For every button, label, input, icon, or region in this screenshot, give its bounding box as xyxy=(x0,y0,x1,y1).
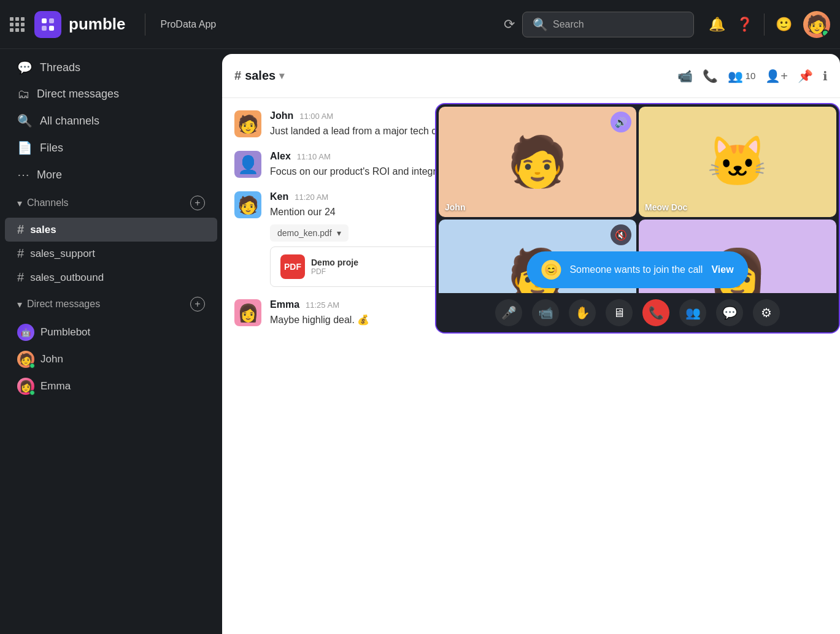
msg-author-john: John xyxy=(270,110,293,121)
topbar-icons: 🔔 ❓ 🙂 🧑 xyxy=(709,11,830,38)
emma-online-indicator xyxy=(29,390,35,395)
members-count: 10 xyxy=(746,71,756,81)
msg-time-emma: 11:25 AM xyxy=(306,300,339,310)
dm-item-emma[interactable]: 👩 Emma xyxy=(5,373,217,400)
pdf-attachment[interactable]: PDF Demo proje PDF xyxy=(270,246,442,287)
channels-section[interactable]: ▾ Channels + xyxy=(5,191,217,215)
chat-button[interactable]: 💬 xyxy=(716,299,743,326)
end-call-button[interactable]: 📞 xyxy=(642,299,669,326)
pin-icon[interactable]: 📌 xyxy=(798,69,813,83)
user-avatar[interactable]: 🧑 xyxy=(803,11,830,38)
emoji-icon[interactable]: 🙂 xyxy=(776,17,792,32)
main-layout: 💬 Threads 🗂 Direct messages 🔍 All channe… xyxy=(0,49,840,634)
history-icon[interactable]: ⟳ xyxy=(504,17,515,32)
join-notification: 😊 Someone wants to join the call View xyxy=(526,251,748,288)
notifications-icon[interactable]: 🔔 xyxy=(709,17,725,32)
search-input[interactable]: Search xyxy=(553,19,584,30)
channels-chevron-icon: ▾ xyxy=(17,197,22,209)
hand-button[interactable]: ✋ xyxy=(569,299,596,326)
sidebar-item-threads-label: Threads xyxy=(40,61,80,74)
sidebar: 💬 Threads 🗂 Direct messages 🔍 All channe… xyxy=(0,49,222,634)
sidebar-item-more-label: More xyxy=(37,169,62,181)
pdf-icon: PDF xyxy=(280,254,305,279)
dm-item-john[interactable]: 🧑 John xyxy=(5,346,217,373)
dm-icon: 🗂 xyxy=(17,87,29,101)
video-tile-meow: 🐱 Meow Doc xyxy=(639,107,836,217)
svg-rect-2 xyxy=(42,26,47,31)
tile-label-meow: Meow Doc xyxy=(645,202,687,212)
emma-avatar: 👩 xyxy=(17,378,34,395)
channel-hash-icon-2: # xyxy=(17,246,24,261)
dm-item-pumblebot[interactable]: 🤖 Pumblebot xyxy=(5,319,217,346)
grid-icon[interactable] xyxy=(10,17,25,32)
add-dm-button[interactable]: + xyxy=(190,297,205,311)
channel-item-sales-support[interactable]: # sales_support xyxy=(5,242,217,265)
members-icon-symbol: 👥 xyxy=(728,69,743,83)
pdf-info: Demo proje PDF xyxy=(311,258,358,276)
sidebar-item-threads[interactable]: 💬 Threads xyxy=(5,54,217,81)
chat-header-right: 📹 📞 👥 10 👤+ 📌 ℹ xyxy=(677,69,828,83)
participants-button[interactable]: 👥 xyxy=(679,299,706,326)
channel-title: # sales ▾ xyxy=(234,69,284,83)
info-icon[interactable]: ℹ xyxy=(823,69,828,83)
sidebar-item-files-label: Files xyxy=(40,142,63,155)
add-channel-button[interactable]: + xyxy=(190,196,205,210)
channels-section-label: Channels xyxy=(27,197,69,208)
settings-button[interactable]: ⚙ xyxy=(753,299,780,326)
channel-hash-icon: # xyxy=(17,223,24,237)
dm-section[interactable]: ▾ Direct messages + xyxy=(5,292,217,316)
chat-header: # sales ▾ 📹 📞 👥 10 👤+ 📌 ℹ xyxy=(222,54,840,98)
sidebar-item-all-channels[interactable]: 🔍 All channels xyxy=(5,107,217,134)
svg-rect-1 xyxy=(49,18,54,23)
app-name-label: pumble xyxy=(69,15,125,34)
speaker-badge-john: 🔊 xyxy=(611,112,631,132)
attachment-bar[interactable]: demo_ken.pdf ▾ xyxy=(270,224,349,242)
msg-avatar-emma: 👩 xyxy=(234,299,261,326)
phone-icon[interactable]: 📞 xyxy=(703,69,718,83)
sidebar-item-more[interactable]: ⋯ More xyxy=(5,161,217,188)
msg-avatar-john: 🧑 xyxy=(234,110,261,137)
sidebar-item-dm-label: Direct messages xyxy=(37,88,119,101)
join-notification-text: Someone wants to join the call xyxy=(569,264,703,275)
join-avatar: 😊 xyxy=(541,260,561,280)
video-call-icon[interactable]: 📹 xyxy=(677,69,693,83)
online-indicator xyxy=(822,29,829,37)
more-icon: ⋯ xyxy=(17,167,29,182)
sidebar-item-direct-messages[interactable]: 🗂 Direct messages xyxy=(5,81,217,107)
attachment-filename: demo_ken.pdf xyxy=(277,228,332,238)
help-icon[interactable]: ❓ xyxy=(736,17,753,32)
video-call-overlay: 🧑 🔊 John 🐱 Meow Doc 🧑 xyxy=(435,103,840,334)
members-icon[interactable]: 👥 10 xyxy=(728,69,756,83)
mic-button[interactable]: 🎤 xyxy=(495,299,522,326)
dm-pumblebot-label: Pumblebot xyxy=(40,326,90,338)
channel-title-hash: # xyxy=(234,69,241,83)
all-channels-icon: 🔍 xyxy=(17,113,33,128)
camera-button[interactable]: 📹 xyxy=(532,299,559,326)
topbar: pumble ProData App ⟳ 🔍 Search 🔔 ❓ 🙂 🧑 xyxy=(0,0,840,49)
sidebar-item-all-channels-label: All channels xyxy=(40,115,99,128)
john-avatar: 🧑 xyxy=(17,351,34,368)
channel-sales-support-label: sales_support xyxy=(30,248,95,260)
screen-share-button[interactable]: 🖥 xyxy=(606,299,633,326)
svg-rect-3 xyxy=(49,26,54,31)
search-bar[interactable]: 🔍 Search xyxy=(522,12,694,37)
channel-item-sales-outbound[interactable]: # sales_outbound xyxy=(5,265,217,289)
msg-time-ken: 11:20 AM xyxy=(295,193,328,202)
channel-sales-outbound-label: sales_outbound xyxy=(30,272,104,284)
msg-author-ken: Ken xyxy=(270,191,288,202)
channel-title-chevron-icon[interactable]: ▾ xyxy=(279,70,284,82)
channel-title-label: sales xyxy=(245,69,276,83)
files-icon: 📄 xyxy=(17,140,33,155)
add-member-icon[interactable]: 👤+ xyxy=(765,69,788,83)
muted-badge-ken: 🔇 xyxy=(611,224,631,245)
logo[interactable] xyxy=(34,11,61,38)
dm-emma-label: Emma xyxy=(40,380,71,392)
pdf-type: PDF xyxy=(311,267,358,276)
search-icon: 🔍 xyxy=(533,17,548,32)
sidebar-item-files[interactable]: 📄 Files xyxy=(5,134,217,161)
msg-author-alex: Alex xyxy=(270,151,291,162)
channel-item-sales[interactable]: # sales xyxy=(5,218,217,242)
view-button[interactable]: View xyxy=(711,264,733,275)
dm-section-label: Direct messages xyxy=(27,299,100,310)
dm-section-chevron-icon: ▾ xyxy=(17,299,22,310)
